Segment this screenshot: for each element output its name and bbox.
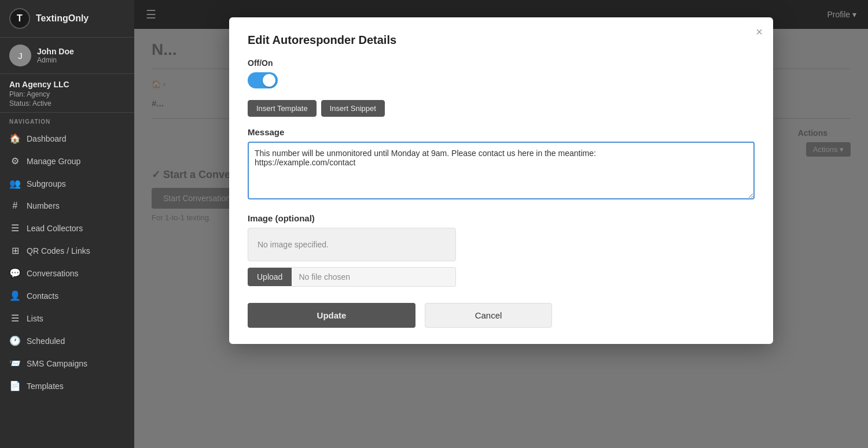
image-section: Image (optional) No image specified. Upl… <box>248 213 755 287</box>
sidebar-item-lists[interactable]: ☰ Lists <box>0 307 134 329</box>
image-label: Image (optional) <box>248 213 755 223</box>
sidebar-item-contacts[interactable]: 👤 Contacts <box>0 284 134 307</box>
toggle-row: Off/On <box>248 58 755 88</box>
sidebar-item-label: Numbers <box>27 201 60 210</box>
sidebar-item-conversations[interactable]: 💬 Conversations <box>0 262 134 284</box>
toggle-slider <box>248 72 278 88</box>
sidebar-item-label: QR Codes / Links <box>27 246 90 256</box>
message-textarea[interactable]: This number will be unmonitored until Mo… <box>248 142 755 199</box>
avatar: J <box>9 45 31 66</box>
sms-campaigns-icon: 📨 <box>9 358 21 369</box>
sidebar-item-manage-group[interactable]: ⚙ Manage Group <box>0 150 134 172</box>
sidebar-item-label: Scheduled <box>27 336 65 346</box>
off-on-toggle[interactable] <box>248 72 278 88</box>
toggle-label: Off/On <box>248 58 755 68</box>
lists-icon: ☰ <box>9 313 21 324</box>
agency-name: An Agency LLC <box>9 80 125 89</box>
cancel-button[interactable]: Cancel <box>425 303 552 328</box>
edit-autoresponder-modal: × Edit Autoresponder Details Off/On Inse… <box>229 17 773 344</box>
sidebar-item-lead-collectors[interactable]: ☰ Lead Collectors <box>0 217 134 239</box>
dashboard-icon: 🏠 <box>9 133 21 144</box>
sidebar: T TextingOnly J John Doe Admin An Agency… <box>0 0 134 448</box>
manage-group-icon: ⚙ <box>9 155 21 166</box>
nav-section-label: NAVIGATION <box>0 113 134 127</box>
modal-title: Edit Autoresponder Details <box>248 34 755 47</box>
qr-codes-icon: ⊞ <box>9 245 21 256</box>
sidebar-item-label: Lists <box>27 314 43 323</box>
image-preview-box: No image specified. <box>248 228 456 261</box>
sidebar-item-label: Templates <box>27 382 64 391</box>
contacts-icon: 👤 <box>9 290 21 301</box>
scheduled-icon: 🕐 <box>9 335 21 346</box>
sidebar-user: J John Doe Admin <box>0 38 134 74</box>
main-content: ☰ Profile ▾ N... 🏠 › #... Actions Action… <box>134 0 868 448</box>
modal-footer: Update Cancel <box>248 303 755 328</box>
sidebar-item-label: Manage Group <box>27 157 80 166</box>
sidebar-item-sms-campaigns[interactable]: 📨 SMS Campaigns <box>0 352 134 375</box>
sidebar-item-scheduled[interactable]: 🕐 Scheduled <box>0 329 134 352</box>
conversations-icon: 💬 <box>9 268 21 279</box>
sidebar-item-label: SMS Campaigns <box>27 359 87 368</box>
upload-button[interactable]: Upload <box>248 268 292 286</box>
subgroups-icon: 👥 <box>9 178 21 189</box>
sidebar-item-label: Contacts <box>27 291 58 301</box>
sidebar-item-subgroups[interactable]: 👥 Subgroups <box>0 172 134 195</box>
sidebar-item-label: Subgroups <box>27 179 66 188</box>
sidebar-item-qr-codes[interactable]: ⊞ QR Codes / Links <box>0 239 134 262</box>
sidebar-logo: T TextingOnly <box>0 0 134 38</box>
logo-icon: T <box>9 8 30 29</box>
sidebar-item-label: Dashboard <box>27 134 67 143</box>
sidebar-item-label: Lead Collectors <box>27 224 83 233</box>
user-role: Admin <box>37 56 74 64</box>
update-button[interactable]: Update <box>248 303 415 328</box>
sidebar-item-templates[interactable]: 📄 Templates <box>0 375 134 397</box>
sidebar-item-numbers[interactable]: # Numbers <box>0 195 134 217</box>
modal-overlay: × Edit Autoresponder Details Off/On Inse… <box>134 0 868 448</box>
agency-info: An Agency LLC Plan: Agency Status: Activ… <box>0 74 134 113</box>
message-label: Message <box>248 127 755 137</box>
agency-status: Status: Active <box>9 99 125 108</box>
no-image-text: No image specified. <box>258 240 329 249</box>
file-input-row: Upload No file chosen <box>248 267 456 287</box>
sidebar-item-label: Conversations <box>27 269 79 278</box>
lead-collectors-icon: ☰ <box>9 223 21 234</box>
insert-snippet-button[interactable]: Insert Snippet <box>321 100 385 117</box>
insert-buttons-row: Insert Template Insert Snippet <box>248 100 755 117</box>
agency-plan: Plan: Agency <box>9 90 125 98</box>
modal-close-button[interactable]: × <box>756 25 763 39</box>
user-name: John Doe <box>37 47 74 56</box>
insert-template-button[interactable]: Insert Template <box>248 100 317 117</box>
file-chosen-label: No file chosen <box>292 267 456 287</box>
sidebar-item-dashboard[interactable]: 🏠 Dashboard <box>0 127 134 150</box>
numbers-icon: # <box>9 201 21 211</box>
logo-text: TextingOnly <box>36 13 89 24</box>
templates-icon: 📄 <box>9 380 21 391</box>
